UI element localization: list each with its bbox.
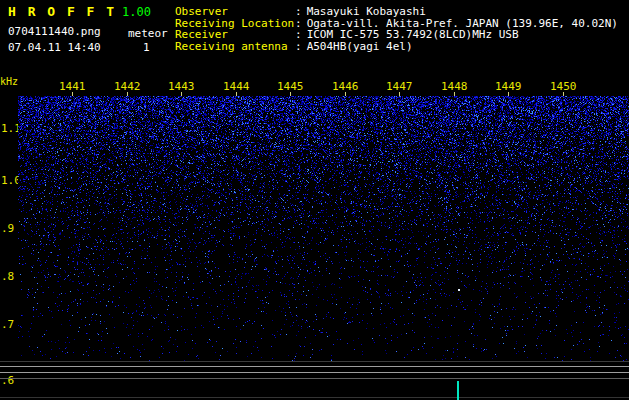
y-tick-label: 1.0 [1,174,19,187]
level-line [0,378,629,379]
level-line [0,361,629,362]
app-version: 1.00 [122,5,151,19]
output-filename: 0704111440.png [8,25,101,38]
level-line [0,397,629,398]
info-value: A504HB(yagi 4el) [307,41,413,53]
y-tick-label: .6 [1,374,19,387]
y-tick-label: .8 [1,270,19,283]
info-label: Observer [175,6,295,18]
info-label: Receiving antenna [175,41,295,53]
sequence-number: 1 [143,41,150,54]
mode-label: meteor [128,27,168,40]
info-row-antenna: Receiving antenna : A504HB(yagi 4el) [175,41,629,53]
level-line [0,366,629,367]
level-line [0,372,629,373]
info-separator: : [295,6,302,18]
info-row-observer: Observer : Masayuki Kobayashi [175,6,629,18]
y-tick-label: .7 [1,318,19,331]
signal-spike [457,381,459,400]
y-tick-label: .9 [1,222,19,235]
y-tick-label: 1.1 [1,122,19,135]
spectrogram-canvas [18,96,629,362]
datetime-label: 07.04.11 14:40 [8,41,101,54]
y-axis-unit: kHz [0,76,18,87]
station-info: Observer : Masayuki Kobayashi Receiving … [175,6,629,52]
info-separator: : [295,41,302,53]
hrofft-app: H R O F F T 1.00 0704111440.png meteor 0… [0,0,629,400]
app-title: H R O F F T [8,4,116,19]
info-value: Masayuki Kobayashi [307,6,426,18]
